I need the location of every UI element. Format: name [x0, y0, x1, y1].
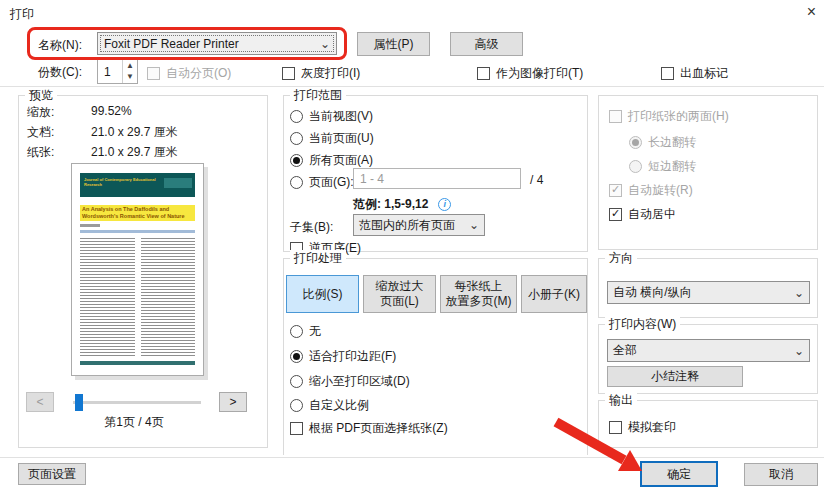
check-icon: ✓ [611, 183, 620, 195]
checkbox-icon [477, 67, 490, 80]
radio-icon [290, 399, 303, 412]
zoom-value-text: 99.52% [91, 104, 132, 118]
radio-custom-scale-label: 自定义比例 [309, 397, 369, 414]
radio-icon [290, 325, 303, 338]
paper-source-label: 根据 PDF页面选择纸张(Z) [309, 420, 448, 437]
zoom-label: 缩放: [27, 104, 54, 121]
radio-all-pages-label: 所有页面(A) [309, 152, 373, 169]
output-group: 输出 模拟套印 [598, 400, 818, 448]
paper-size-text: 21.0 x 29.7 厘米 [91, 144, 178, 161]
range-example: 范例: 1,5-9,12 i [353, 196, 451, 213]
radio-none[interactable]: 无 [290, 323, 321, 340]
bottom-separator [0, 457, 824, 458]
page-indicator: 第1页 / 4页 [49, 414, 219, 431]
previous-page-icon: < [36, 395, 43, 409]
next-page-icon: > [229, 395, 236, 409]
checkbox-icon: ✓ [609, 184, 622, 197]
radio-fit-margins[interactable]: 适合打印边距(F) [290, 348, 396, 365]
page-setup-button[interactable]: 页面设置 [18, 463, 86, 485]
page-setup-label: 页面设置 [28, 466, 76, 483]
auto-center-checkbox[interactable]: ✓ 自动居中 [609, 206, 676, 223]
preview-byline [80, 224, 100, 227]
grayscale-checkbox[interactable]: 灰度打印(I) [282, 65, 360, 82]
previous-page-button[interactable]: < [26, 392, 54, 412]
simulate-overprint-checkbox[interactable]: 模拟套印 [609, 419, 676, 436]
radio-flip-long-edge: 长边翻转 [629, 134, 696, 151]
print-content-value: 全部 [613, 342, 637, 359]
radio-shrink-to-area[interactable]: 缩小至打印区域(D) [290, 373, 410, 390]
advanced-button[interactable]: 高级 [450, 32, 523, 56]
radio-icon [290, 176, 303, 189]
print-as-image-label: 作为图像打印(T) [496, 65, 583, 82]
ok-button[interactable]: 确定 [640, 461, 718, 487]
tab-multiple-line1: 每张纸上 [455, 279, 503, 294]
subset-select[interactable]: 范围内的所有页面 ⌄ [353, 214, 485, 236]
tab-scale-oversized[interactable]: 缩放过大 页面(L) [363, 275, 436, 313]
radio-icon [290, 375, 303, 388]
dialog-title: 打印 [10, 6, 34, 23]
radio-current-view[interactable]: 当前视图(V) [290, 108, 373, 125]
paper-source-checkbox[interactable]: 根据 PDF页面选择纸张(Z) [290, 420, 448, 437]
cancel-button-label: 取消 [769, 466, 793, 483]
two-sided-label: 打印纸张的两面(H) [628, 108, 729, 125]
print-content-legend: 打印内容(W) [605, 316, 680, 333]
top-separator [0, 86, 824, 87]
print-handling-legend: 打印处理 [290, 250, 346, 267]
bleed-marks-label: 出血标记 [680, 65, 728, 82]
printer-name-label-text: 名称(N): [38, 37, 82, 54]
tab-scale[interactable]: 比例(S) [286, 275, 359, 313]
preview-page-slider-handle[interactable] [75, 394, 83, 411]
tab-multiple-per-sheet[interactable]: 每张纸上 放置多页(M) [440, 275, 517, 313]
paper-size-row: 纸张: [27, 144, 54, 161]
print-range-group: 打印范围 当前视图(V) 当前页面(U) 所有页面(A) 页面(G): / 4 … [283, 95, 588, 252]
preview-link-line [80, 230, 195, 233]
checkbox-icon [609, 110, 622, 123]
printer-name-value: Foxit PDF Reader Printer [104, 37, 239, 51]
chevron-down-icon: ⌄ [469, 220, 479, 230]
radio-current-page[interactable]: 当前页面(U) [290, 130, 374, 147]
summarize-comments-button[interactable]: 小结注释 [607, 366, 743, 387]
orientation-legend: 方向 [605, 250, 637, 267]
auto-center-label: 自动居中 [628, 206, 676, 223]
flip-long-label: 长边翻转 [648, 134, 696, 151]
copies-stepper[interactable]: 1 ▲ ▼ [97, 59, 138, 84]
auto-rotate-checkbox: ✓ 自动旋转(R) [609, 182, 693, 199]
radio-pages[interactable]: 页面(G): [290, 174, 354, 191]
output-legend: 输出 [605, 392, 637, 409]
close-icon[interactable]: × [807, 4, 816, 20]
checkbox-icon [661, 67, 674, 80]
advanced-button-label: 高级 [475, 36, 499, 53]
cancel-button[interactable]: 取消 [744, 463, 818, 486]
two-sided-checkbox: 打印纸张的两面(H) [609, 108, 729, 125]
orientation-select[interactable]: 自动 横向/纵向 ⌄ [607, 281, 810, 304]
radio-current-page-label: 当前页面(U) [309, 130, 374, 147]
print-range-legend: 打印范围 [290, 87, 346, 104]
print-content-select[interactable]: 全部 ⌄ [607, 339, 810, 362]
orientation-group: 方向 自动 横向/纵向 ⌄ [598, 258, 818, 318]
print-handling-group: 打印处理 比例(S) 缩放过大 页面(L) 每张纸上 放置多页(M) 小册子(K… [283, 258, 588, 455]
tab-booklet[interactable]: 小册子(K) [521, 275, 587, 313]
checkbox-icon [290, 422, 303, 435]
radio-icon [629, 160, 642, 173]
spinner-up-icon[interactable]: ▲ [123, 60, 137, 72]
next-page-button[interactable]: > [219, 392, 247, 412]
radio-shrink-label: 缩小至打印区域(D) [309, 373, 410, 390]
printer-name-select[interactable]: Foxit PDF Reader Printer ⌄ [97, 32, 337, 55]
preview-footer-band [80, 361, 195, 365]
radio-custom-scale[interactable]: 自定义比例 [290, 397, 369, 414]
page-range-input[interactable] [353, 168, 521, 189]
info-icon[interactable]: i [438, 198, 451, 211]
printer-name-label: 名称(N): [38, 37, 82, 54]
spinner-down-icon[interactable]: ▼ [123, 72, 137, 84]
preview-body-columns [80, 238, 195, 356]
page-indicator-text: 第1页 / 4页 [104, 414, 163, 431]
print-as-image-checkbox[interactable]: 作为图像打印(T) [477, 65, 583, 82]
checkbox-icon: ✓ [609, 208, 622, 221]
radio-all-pages[interactable]: 所有页面(A) [290, 152, 373, 169]
document-size-label: 文档: [27, 124, 54, 141]
radio-fit-margins-label: 适合打印边距(F) [309, 348, 396, 365]
subset-value: 范围内的所有页面 [359, 217, 455, 234]
properties-button[interactable]: 属性(P) [357, 32, 430, 56]
bleed-marks-checkbox[interactable]: 出血标记 [661, 65, 728, 82]
preview-page-slider-track[interactable] [73, 401, 201, 404]
